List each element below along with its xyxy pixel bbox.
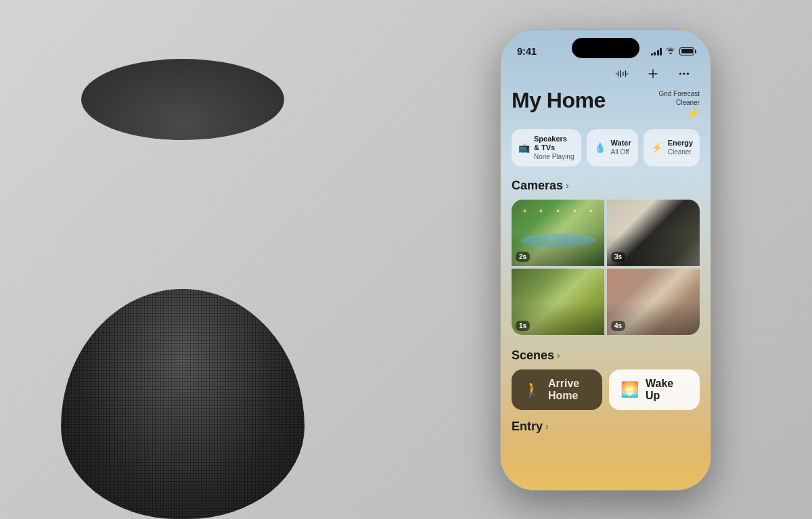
camera-grid: 2s 3s 1s 4s [512,200,700,335]
entry-section: Entry › [512,420,700,434]
cam3-timer: 1s [516,321,530,331]
energy-label: Energy [668,139,693,148]
water-chip-text: Water All Off [611,139,631,156]
signal-bar-1 [651,53,653,55]
water-sublabel: All Off [611,148,631,156]
speakers-label: Speakers & TVs [534,135,574,152]
grid-forecast-icon: ⚡ [686,107,700,120]
energy-sublabel: Cleaner [668,148,693,156]
camera-cell-1[interactable]: 2s [512,200,604,266]
signal-bar-4 [660,48,662,55]
iphone-screen: 9:41 [501,30,710,490]
scenes-chevron-icon: › [557,350,560,361]
scenes-grid: 🚶 Arrive Home 🌅 Wake Up [512,369,700,410]
wifi-icon [665,46,676,56]
waveform-button[interactable] [612,64,632,84]
energy-chip-text: Energy Cleaner [668,139,693,156]
arrive-home-icon: 🚶 [522,381,541,399]
grid-forecast-label: Grid Forecast Cleaner [658,89,700,107]
signal-bar-2 [654,52,656,55]
speakers-tvs-chip[interactable]: 📺 Speakers & TVs None Playing [512,129,581,166]
svg-point-2 [687,73,689,74]
energy-icon: ⚡ [650,141,664,154]
svg-point-1 [680,73,681,74]
wake-up-label: Wake Up [646,378,689,402]
add-button[interactable] [643,64,663,84]
cameras-title: Cameras [512,179,563,193]
entry-title: Entry [512,420,543,434]
homepod-top [81,59,284,140]
arrive-home-scene[interactable]: 🚶 Arrive Home [512,369,602,410]
scenes-section-header[interactable]: Scenes › [512,348,700,363]
header-row: My Home Grid Forecast Cleaner ⚡ [512,89,700,120]
app-content: My Home Grid Forecast Cleaner ⚡ 📺 [501,64,710,434]
scenes-section: Scenes › 🚶 Arrive Home 🌅 Wake Up [512,348,700,410]
entry-chevron-icon: › [545,421,549,432]
page-title: My Home [512,89,606,111]
water-icon: 💧 [593,141,607,154]
wake-up-icon: 🌅 [620,381,639,399]
camera-cell-3[interactable]: 1s [512,269,604,335]
cam4-timer: 4s [611,321,625,331]
top-actions [512,64,700,89]
speakers-chip-text: Speakers & TVs None Playing [534,135,574,161]
cameras-section-header[interactable]: Cameras › [512,179,700,193]
grid-forecast-widget[interactable]: Grid Forecast Cleaner ⚡ [658,89,700,120]
entry-section-header[interactable]: Entry › [512,420,700,434]
wake-up-scene[interactable]: 🌅 Wake Up [609,369,700,410]
status-time: 9:41 [517,45,537,57]
chips-row: 📺 Speakers & TVs None Playing 💧 Water Al… [512,129,700,166]
homepod-body [61,289,304,519]
speakers-sublabel: None Playing [534,153,574,161]
more-button[interactable] [674,64,694,84]
cam2-timer: 3s [611,252,625,262]
scenes-title: Scenes [512,348,554,363]
arrive-home-label: Arrive Home [548,378,591,402]
water-chip[interactable]: 💧 Water All Off [587,129,638,166]
svg-point-0 [683,73,685,74]
battery-fill [681,49,693,53]
dynamic-island [572,38,639,58]
energy-chip[interactable]: ⚡ Energy Cleaner [644,129,700,166]
status-icons [651,46,695,56]
water-label: Water [611,139,631,148]
camera-cell-2[interactable]: 3s [607,200,700,266]
battery-icon [679,47,694,55]
speakers-icon: 📺 [518,141,530,154]
homepod-mesh [61,289,304,519]
camera-cell-4[interactable]: 4s [607,269,700,335]
homepod-device [41,99,325,519]
iphone-wrapper: 9:41 [501,14,710,505]
cam1-timer: 2s [516,252,530,262]
cameras-chevron-icon: › [566,180,569,191]
iphone-frame: 9:41 [501,30,710,490]
signal-bar-3 [657,50,659,55]
signal-bars-icon [651,47,662,55]
